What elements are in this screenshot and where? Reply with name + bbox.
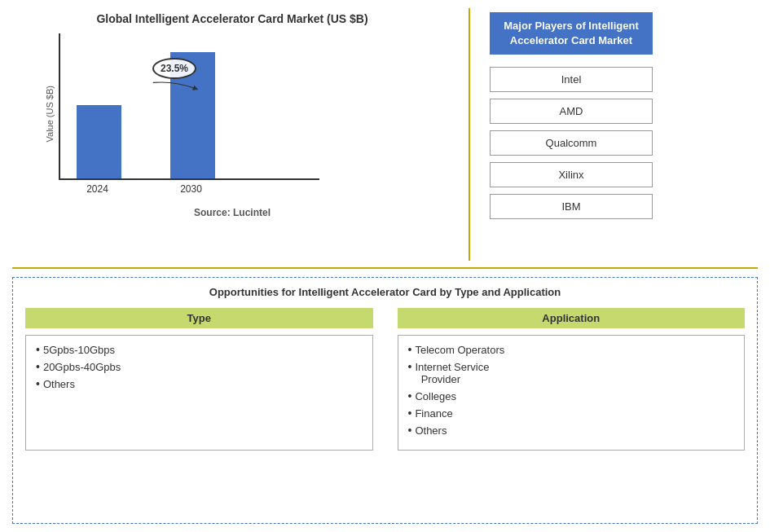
bullet-2: • — [36, 360, 40, 373]
bullet-3: • — [36, 377, 40, 390]
bullet-a2: • — [408, 360, 412, 373]
chart-inner: 23.5% — [59, 33, 452, 195]
x-label-2030: 2030 — [169, 183, 213, 195]
cagr-bubble: 23.5% — [152, 58, 196, 79]
bottom-section: Opportunities for Intelligent Accelerato… — [12, 269, 758, 524]
player-xilinx: Xilinx — [490, 162, 653, 187]
players-area: Major Players of Intelligent Accelerator… — [469, 8, 672, 261]
y-axis-label: Value (US $B) — [45, 86, 55, 143]
app-item-4: • Finance — [408, 407, 735, 420]
bullet-a4: • — [408, 407, 412, 420]
x-label-2024: 2024 — [75, 183, 120, 195]
bar-2024 — [77, 105, 121, 178]
x-axis-labels: 2024 2030 — [59, 183, 213, 195]
chart-area: Global Intelligent Accelerator Card Mark… — [12, 8, 452, 261]
chart-title: Global Intelligent Accelerator Card Mark… — [96, 12, 367, 25]
bullet-1: • — [36, 343, 40, 356]
application-header: Application — [398, 308, 746, 328]
opportunities-title: Opportunities for Intelligent Accelerato… — [25, 286, 745, 298]
type-items: • 5Gpbs-10Gbps • 20Gpbs-40Gpbs • Others — [25, 335, 373, 451]
application-items: • Telecom Operators • Internet Service P… — [398, 335, 746, 451]
bars-container: 23.5% — [59, 33, 319, 180]
application-column: Application • Telecom Operators • Intern… — [398, 308, 746, 451]
app-item-5: • Others — [408, 424, 735, 437]
player-qualcomm: Qualcomm — [490, 130, 653, 156]
app-item-2: • Internet Service Provider — [408, 361, 735, 385]
chart-wrapper: Value (US $B) 23.5% — [12, 33, 452, 195]
source-text: Source: Lucintel — [194, 207, 271, 218]
opp-columns: Type • 5Gpbs-10Gbps • 20Gpbs-40Gpbs • Ot — [25, 308, 745, 451]
type-item-2: • 20Gpbs-40Gpbs — [36, 361, 363, 373]
bullet-a3: • — [408, 389, 412, 402]
type-item-3: • Others — [36, 378, 363, 390]
type-column: Type • 5Gpbs-10Gbps • 20Gpbs-40Gpbs • Ot — [25, 308, 373, 451]
app-item-1: • Telecom Operators — [408, 344, 735, 356]
player-ibm: IBM — [490, 194, 653, 219]
type-header: Type — [25, 308, 373, 328]
players-title: Major Players of Intelligent Accelerator… — [490, 12, 653, 55]
bullet-a1: • — [408, 343, 412, 356]
player-intel: Intel — [490, 67, 653, 92]
player-amd: AMD — [490, 99, 653, 124]
opportunities-box: Opportunities for Intelligent Accelerato… — [12, 277, 758, 524]
cagr-arrow-svg — [150, 79, 199, 95]
type-item-1: • 5Gpbs-10Gbps — [36, 344, 363, 356]
cagr-annotation: 23.5% — [150, 58, 199, 95]
main-container: Global Intelligent Accelerator Card Mark… — [0, 0, 770, 532]
bullet-a5: • — [408, 424, 412, 437]
top-section: Global Intelligent Accelerator Card Mark… — [12, 8, 758, 269]
app-item-3: • Colleges — [408, 390, 735, 402]
bar-group-2024 — [77, 105, 121, 178]
